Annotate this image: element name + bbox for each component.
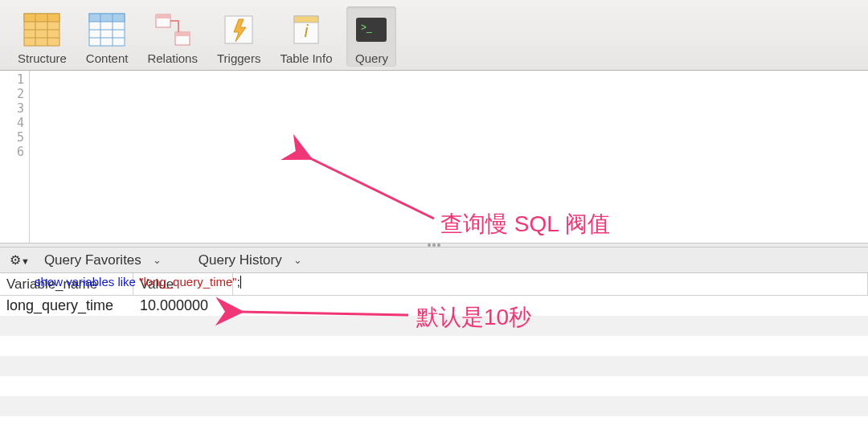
- svg-rect-14: [156, 14, 170, 18]
- table-row: [0, 416, 868, 436]
- cell-variable-name: long_query_time: [0, 297, 133, 314]
- toolbar-label: Structure: [18, 51, 67, 65]
- tab-relations[interactable]: Relations: [142, 6, 203, 67]
- toolbar-label: Query: [355, 51, 388, 65]
- svg-text:>_: >_: [361, 22, 372, 33]
- table-row: [0, 396, 868, 416]
- code-area[interactable]: show variables like "long_query_time";: [30, 71, 868, 243]
- table-row: [0, 376, 868, 396]
- tableinfo-icon: i: [286, 10, 326, 50]
- table-row: [0, 356, 868, 376]
- tab-tableinfo[interactable]: i Table Info: [275, 6, 337, 67]
- line-gutter: 1 2 3 4 5 6: [0, 71, 30, 243]
- toolbar-label: Table Info: [280, 51, 332, 65]
- svg-rect-15: [175, 32, 190, 36]
- tab-content[interactable]: Content: [81, 6, 133, 67]
- svg-rect-7: [89, 14, 125, 22]
- result-body: long_query_time 10.000000: [0, 296, 868, 442]
- query-icon: >_: [351, 10, 391, 50]
- table-row: [0, 336, 868, 356]
- toolbar-label: Content: [86, 51, 129, 65]
- structure-icon: [22, 10, 62, 50]
- triggers-icon: [219, 10, 259, 50]
- content-icon: [87, 10, 127, 50]
- toolbar-label: Relations: [147, 51, 198, 65]
- tab-query[interactable]: >_ Query: [346, 6, 396, 67]
- tab-triggers[interactable]: Triggers: [212, 6, 265, 67]
- main-toolbar: Structure Content Relations Triggers i T…: [0, 0, 868, 71]
- table-row: [0, 316, 868, 336]
- cell-value: 10.000000: [133, 297, 233, 314]
- svg-rect-1: [24, 14, 59, 22]
- gear-icon[interactable]: ⚙▼: [10, 252, 30, 268]
- tab-structure[interactable]: Structure: [13, 6, 72, 67]
- table-row[interactable]: long_query_time 10.000000: [0, 296, 868, 316]
- toolbar-label: Triggers: [217, 51, 260, 65]
- sql-editor[interactable]: 1 2 3 4 5 6 show variables like "long_qu…: [0, 71, 868, 243]
- relations-icon: [153, 10, 193, 50]
